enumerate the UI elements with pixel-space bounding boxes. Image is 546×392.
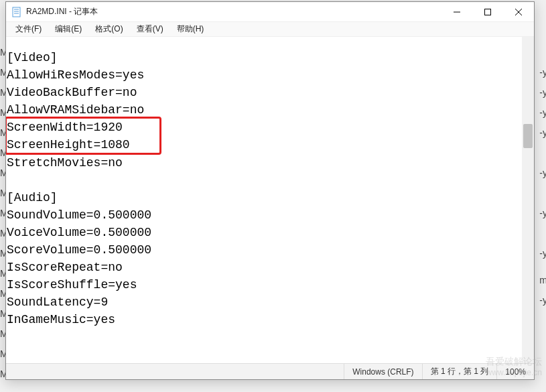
statusbar: Windows (CRLF) 第 1 行，第 1 列 100% <box>6 363 534 379</box>
text-editor[interactable]: [Video]AllowHiResModes=yesVideoBackBuffe… <box>6 37 522 363</box>
menu-view-label: 查看(V) <box>137 24 163 34</box>
status-empty <box>6 364 344 379</box>
menu-view[interactable]: 查看(V) <box>131 22 169 36</box>
editor-line: VideoBackBuffer=no <box>6 84 521 101</box>
editor-line: InGameMusic=yes <box>6 311 521 328</box>
editor-area: [Video]AllowHiResModes=yesVideoBackBuffe… <box>6 37 534 363</box>
editor-line: [Video] <box>6 49 521 66</box>
close-button[interactable] <box>503 2 534 22</box>
menu-file[interactable]: 文件(F) <box>10 22 47 36</box>
menu-edit-label: 编辑(E) <box>55 24 82 34</box>
menu-format-label: 格式(O) <box>95 24 123 34</box>
vertical-scrollbar[interactable] <box>522 37 534 363</box>
menu-format[interactable]: 格式(O) <box>90 22 128 36</box>
notepad-icon <box>11 7 22 17</box>
editor-line <box>6 172 521 189</box>
editor-line: StretchMovies=no <box>6 154 521 172</box>
maximize-button[interactable] <box>472 2 503 22</box>
scrollbar-thumb[interactable] <box>523 124 533 148</box>
editor-line: IsScoreRepeat=no <box>6 259 521 276</box>
status-zoom-label: 100% <box>505 367 526 377</box>
status-cursor-label: 第 1 行，第 1 列 <box>431 366 489 377</box>
editor-line: ScreenWidth=1920 <box>6 119 521 136</box>
svg-rect-5 <box>485 9 491 15</box>
editor-line: IsScoreShuffle=yes <box>6 276 521 293</box>
menu-file-label: 文件(F) <box>15 24 42 34</box>
editor-line: [Audio] <box>6 189 521 206</box>
menu-help[interactable]: 帮助(H) <box>172 22 210 36</box>
editor-line: VoiceVolume=0.500000 <box>6 224 521 241</box>
status-cursor: 第 1 行，第 1 列 <box>422 364 497 379</box>
editor-line: AllowHiResModes=yes <box>6 66 521 84</box>
svg-rect-0 <box>13 7 20 17</box>
notepad-window: RA2MD.INI - 记事本 文件(F) 编辑(E) 格式(O) 查看(V) … <box>5 1 535 380</box>
status-encoding-label: Windows (CRLF) <box>352 367 413 377</box>
editor-line: ScoreVolume=0.500000 <box>6 241 521 259</box>
minimize-button[interactable] <box>441 2 472 22</box>
editor-line: SoundVolume=0.500000 <box>6 206 521 224</box>
menubar: 文件(F) 编辑(E) 格式(O) 查看(V) 帮助(H) <box>6 22 534 37</box>
editor-line: ScreenHeight=1080 <box>6 136 521 153</box>
editor-line: SoundLatency=9 <box>6 293 521 311</box>
titlebar[interactable]: RA2MD.INI - 记事本 <box>6 2 534 22</box>
menu-edit[interactable]: 编辑(E) <box>50 22 87 36</box>
window-title: RA2MD.INI - 记事本 <box>26 6 98 17</box>
status-encoding: Windows (CRLF) <box>344 364 421 379</box>
editor-line: AllowVRAMSidebar=no <box>6 101 521 119</box>
menu-help-label: 帮助(H) <box>177 24 204 34</box>
status-zoom: 100% <box>496 364 534 379</box>
